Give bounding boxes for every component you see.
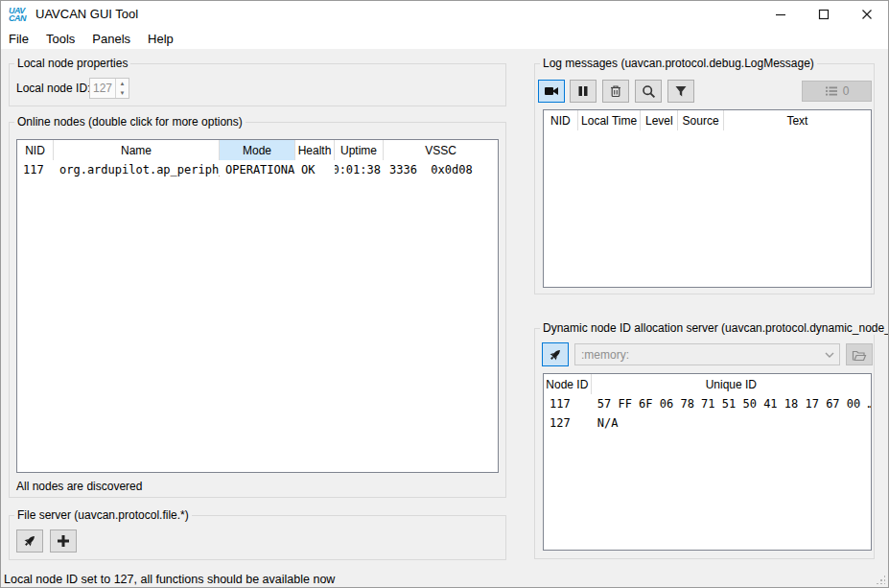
- col-unique-id[interactable]: Unique ID: [592, 374, 871, 394]
- col-health[interactable]: Health: [295, 140, 335, 160]
- plus-icon: [57, 534, 70, 548]
- group-title: File server (uavcan.protocol.file.*): [14, 508, 192, 522]
- status-message: Local node ID set to 127, all functions …: [4, 573, 335, 586]
- maximize-icon: [818, 9, 830, 20]
- spin-up-icon[interactable]: ▲: [116, 79, 129, 88]
- close-button[interactable]: [845, 1, 888, 28]
- storage-path-combobox[interactable]: :memory:: [574, 343, 840, 365]
- cell-uptime: 0:01:38: [335, 160, 384, 179]
- start-file-server-button[interactable]: [16, 529, 43, 553]
- trash-icon: [609, 84, 622, 98]
- table-row[interactable]: 127 N/A: [544, 413, 871, 433]
- col-name[interactable]: Name: [54, 140, 220, 160]
- title-bar: UAV CAN UAVCAN GUI Tool: [1, 1, 888, 28]
- allocation-table-header: Node ID Unique ID: [544, 374, 871, 394]
- cell-node-id: 127: [544, 413, 592, 433]
- menu-help[interactable]: Help: [139, 29, 182, 49]
- add-file-path-button[interactable]: [50, 529, 77, 553]
- app-window: UAV CAN UAVCAN GUI Tool File Tools Panel…: [0, 0, 889, 588]
- cell-unique-id: 57 FF 6F 06 78 71 51 50 41 18 17 67 00 …: [592, 394, 871, 413]
- col-source[interactable]: Source: [678, 110, 724, 130]
- online-nodes-header: NID Name Mode Health Uptime VSSC: [17, 140, 498, 160]
- cell-health: OK: [295, 160, 335, 179]
- col-uptime[interactable]: Uptime: [335, 140, 384, 160]
- cell-mode: OPERATIONAL: [220, 160, 295, 179]
- local-node-id-label: Local node ID:: [16, 82, 90, 95]
- list-count-icon: [825, 84, 838, 98]
- spinbox-value: 127: [90, 79, 115, 98]
- cell-name: org.ardupilot.ap_periph_…: [54, 160, 220, 179]
- col-vssc[interactable]: VSSC: [384, 140, 498, 160]
- menu-bar: File Tools Panels Help: [1, 28, 888, 49]
- cell-vssc: 3336 0x0d08: [384, 160, 498, 179]
- combobox-value: :memory:: [575, 348, 820, 362]
- clear-log-button[interactable]: [602, 80, 629, 103]
- minimize-icon: [775, 9, 786, 20]
- allocation-table: Node ID Unique ID 117 57 FF 6F 06 78 71 …: [543, 373, 872, 551]
- col-level[interactable]: Level: [641, 110, 678, 130]
- col-node-id[interactable]: Node ID: [544, 374, 592, 394]
- message-count-value: 0: [843, 84, 850, 98]
- col-text[interactable]: Text: [724, 110, 871, 130]
- file-server-group: File server (uavcan.protocol.file.*): [9, 515, 506, 560]
- message-count-button[interactable]: 0: [802, 81, 872, 102]
- cell-nid: 117: [17, 160, 54, 179]
- window-title: UAVCAN GUI Tool: [35, 7, 138, 21]
- log-table-header: NID Local Time Level Source Text: [544, 110, 871, 130]
- col-nid[interactable]: NID: [17, 140, 54, 160]
- menu-panels[interactable]: Panels: [83, 29, 139, 49]
- search-icon: [642, 84, 656, 99]
- search-button[interactable]: [635, 80, 662, 103]
- col-nid[interactable]: NID: [544, 110, 578, 130]
- log-table: NID Local Time Level Source Text: [543, 109, 872, 288]
- pause-icon: [576, 84, 590, 98]
- group-title: Dynamic node ID allocation server (uavca…: [540, 321, 889, 335]
- minimize-button[interactable]: [759, 1, 802, 28]
- logo-line2: CAN: [9, 14, 32, 22]
- maximize-button[interactable]: [802, 1, 845, 28]
- pause-button[interactable]: [570, 80, 597, 103]
- spin-down-icon[interactable]: ▼: [116, 88, 129, 98]
- uavcan-logo-icon: UAV CAN: [9, 4, 32, 25]
- cell-node-id: 117: [544, 394, 592, 413]
- local-node-id-spinbox[interactable]: 127 ▲ ▼: [89, 78, 129, 99]
- group-title: Online nodes (double click for more opti…: [14, 115, 246, 129]
- start-allocation-server-button[interactable]: [542, 342, 569, 366]
- menu-file[interactable]: File: [1, 29, 37, 49]
- status-bar: Local node ID set to 127, all functions …: [1, 569, 888, 588]
- filter-icon: [674, 84, 688, 98]
- video-record-icon: [544, 83, 559, 99]
- open-storage-button[interactable]: [846, 343, 873, 365]
- menu-tools[interactable]: Tools: [37, 29, 83, 49]
- filter-button[interactable]: [667, 80, 694, 103]
- col-local-time[interactable]: Local Time: [578, 110, 642, 130]
- table-row[interactable]: 117 57 FF 6F 06 78 71 51 50 41 18 17 67 …: [544, 394, 871, 413]
- cell-unique-id: N/A: [592, 413, 871, 433]
- folder-open-icon: [852, 348, 867, 362]
- close-icon: [861, 9, 873, 20]
- nodes-discovered-status: All nodes are discovered: [16, 480, 142, 493]
- col-mode[interactable]: Mode: [220, 140, 295, 160]
- chevron-down-icon: [820, 352, 839, 358]
- group-title: Log messages (uavcan.protocol.debug.LogM…: [540, 57, 817, 70]
- table-row[interactable]: 117 org.ardupilot.ap_periph_… OPERATIONA…: [17, 160, 498, 179]
- record-toggle-button[interactable]: [538, 80, 565, 103]
- rocket-icon: [548, 347, 563, 363]
- group-title: Local node properties: [14, 57, 130, 70]
- online-nodes-table: NID Name Mode Health Uptime VSSC 117 org…: [16, 139, 499, 473]
- rocket-icon: [22, 533, 37, 549]
